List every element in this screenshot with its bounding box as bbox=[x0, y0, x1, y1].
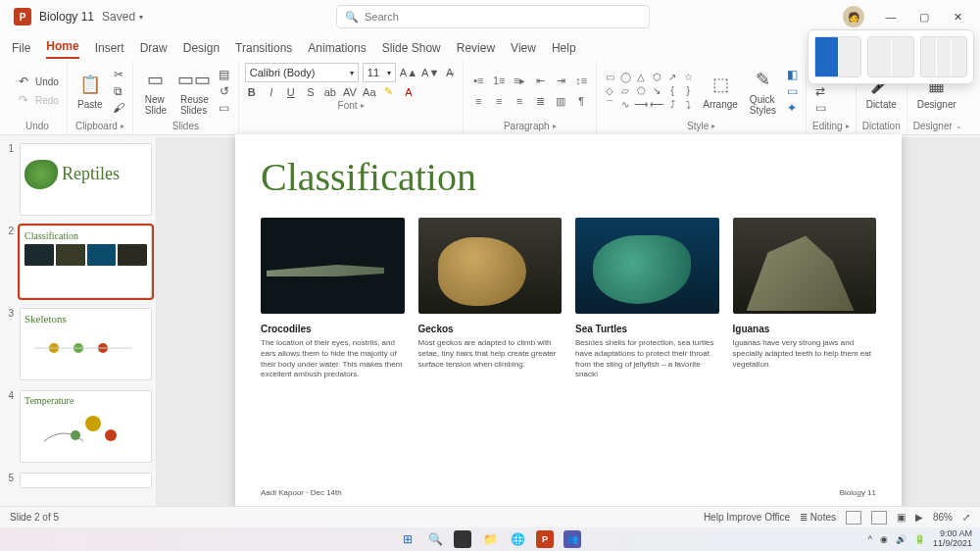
tab-design[interactable]: Design bbox=[183, 41, 220, 59]
teams-icon[interactable]: 👥 bbox=[564, 530, 581, 548]
snap-layouts-flyout[interactable] bbox=[808, 29, 974, 84]
quick-styles-button[interactable]: ✎Quick Styles bbox=[746, 65, 780, 118]
bullets-button[interactable]: •≡ bbox=[469, 72, 487, 89]
undo-button[interactable]: ↶Undo bbox=[14, 73, 61, 90]
help-improve-link[interactable]: Help Improve Office bbox=[704, 512, 790, 523]
change-case-button[interactable]: Aa bbox=[363, 86, 376, 98]
section-button[interactable]: ▭ bbox=[217, 100, 232, 116]
start-button[interactable]: ⊞ bbox=[399, 530, 416, 548]
thumb-slide-1[interactable]: Reptiles bbox=[20, 143, 152, 216]
user-avatar[interactable]: 🧑 bbox=[843, 6, 864, 27]
ribbon-collapse-icon[interactable]: ⌄ bbox=[956, 122, 962, 130]
task-view-button[interactable] bbox=[454, 530, 471, 548]
shape-fill-button[interactable]: ◧ bbox=[784, 67, 800, 82]
fit-to-window-button[interactable]: ⤢ bbox=[962, 512, 970, 523]
tab-view[interactable]: View bbox=[511, 41, 536, 59]
normal-view-button[interactable] bbox=[846, 511, 861, 525]
tab-insert[interactable]: Insert bbox=[95, 41, 124, 59]
line-spacing-button[interactable]: ↕≡ bbox=[572, 72, 590, 89]
file-explorer-icon[interactable]: 📁 bbox=[481, 530, 499, 548]
shape-effects-button[interactable]: ✦ bbox=[784, 100, 800, 116]
paragraph-dialog-launcher[interactable]: ▸ bbox=[553, 122, 557, 130]
maximize-button[interactable]: ▢ bbox=[907, 3, 941, 30]
font-dialog-launcher[interactable]: ▸ bbox=[361, 101, 365, 110]
slide-canvas[interactable]: Classification Crocodiles The location o… bbox=[157, 137, 980, 506]
slide[interactable]: Classification Crocodiles The location o… bbox=[235, 134, 902, 509]
tab-slideshow[interactable]: Slide Show bbox=[382, 41, 441, 59]
reading-view-button[interactable]: ▣ bbox=[897, 512, 906, 523]
align-right-button[interactable]: ≡ bbox=[511, 92, 528, 110]
system-tray[interactable]: ^ ◉ 🔊 🔋 9:00 AM 11/9/2021 bbox=[868, 529, 972, 549]
snap-layout-2[interactable] bbox=[867, 36, 914, 77]
card-iguanas[interactable]: Iguanas Iguanas have very strong jaws an… bbox=[733, 218, 877, 482]
justify-button[interactable]: ≣ bbox=[531, 92, 549, 110]
style-dialog-launcher[interactable]: ▸ bbox=[711, 122, 715, 130]
arrange-button[interactable]: ⬚Arrange bbox=[699, 70, 742, 112]
snap-layout-3[interactable] bbox=[920, 36, 967, 77]
slide-thumbnails-panel[interactable]: 1 Reptiles 2 Classification 3 Skeletons … bbox=[0, 137, 157, 506]
strike-button[interactable]: S bbox=[304, 86, 318, 98]
reuse-slides-button[interactable]: ▭▭Reuse Slides bbox=[176, 65, 213, 118]
highlight-button[interactable]: ✎ bbox=[382, 85, 396, 98]
card-crocodiles[interactable]: Crocodiles The location of their eyes, n… bbox=[261, 218, 405, 482]
copy-button[interactable]: ⧉ bbox=[111, 83, 126, 99]
card-sea-turtles[interactable]: Sea Turtles Besides shells for protectio… bbox=[575, 218, 719, 482]
close-button[interactable]: ✕ bbox=[941, 3, 974, 30]
editing-dialog-launcher[interactable]: ▸ bbox=[846, 122, 850, 130]
new-slide-button[interactable]: ▭New Slide bbox=[139, 65, 172, 118]
tab-transitions[interactable]: Transitions bbox=[235, 41, 292, 59]
taskbar-search-button[interactable]: 🔍 bbox=[426, 530, 444, 548]
thumb-slide-3[interactable]: Skeletons bbox=[20, 308, 152, 380]
shrink-font-button[interactable]: A▼ bbox=[421, 67, 439, 78]
slide-title[interactable]: Classification bbox=[261, 154, 876, 200]
cut-button[interactable]: ✂ bbox=[111, 67, 126, 82]
layout-button[interactable]: ▤ bbox=[217, 67, 232, 82]
slideshow-view-button[interactable]: ▶ bbox=[915, 512, 923, 523]
font-color-button[interactable]: A bbox=[402, 86, 416, 98]
zoom-level[interactable]: 86% bbox=[933, 512, 953, 523]
minimize-button[interactable]: — bbox=[874, 3, 907, 30]
spacing-button[interactable]: AV bbox=[343, 86, 357, 98]
tab-draw[interactable]: Draw bbox=[140, 41, 168, 59]
shapes-gallery[interactable]: ▭◯△⬡↗☆ ◇▱⬠↘{} ⌒∿⟶⟵⤴⤵ bbox=[603, 72, 695, 111]
snap-layout-1[interactable] bbox=[814, 36, 861, 77]
tray-chevron-icon[interactable]: ^ bbox=[868, 534, 872, 544]
reset-button[interactable]: ↺ bbox=[217, 83, 232, 99]
tray-date[interactable]: 11/9/2021 bbox=[933, 539, 972, 549]
font-size-combo[interactable]: 11▾ bbox=[363, 63, 396, 82]
align-center-button[interactable]: ≡ bbox=[490, 92, 508, 110]
tab-home[interactable]: Home bbox=[46, 39, 78, 59]
thumb-slide-5[interactable] bbox=[20, 473, 152, 488]
columns-button[interactable]: ▥ bbox=[552, 92, 569, 110]
tab-review[interactable]: Review bbox=[457, 41, 495, 59]
tab-animations[interactable]: Animations bbox=[308, 41, 366, 59]
underline-button[interactable]: U bbox=[284, 86, 298, 98]
tab-file[interactable]: File bbox=[12, 41, 30, 59]
slide-counter[interactable]: Slide 2 of 5 bbox=[10, 512, 59, 523]
shadow-button[interactable]: ab bbox=[323, 86, 337, 98]
edge-icon[interactable]: 🌐 bbox=[509, 530, 526, 548]
sorter-view-button[interactable] bbox=[871, 511, 887, 525]
numbering-button[interactable]: 1≡ bbox=[490, 72, 508, 89]
search-input[interactable]: 🔍 Search bbox=[336, 5, 650, 28]
font-name-combo[interactable]: Calibri (Body)▾ bbox=[245, 63, 359, 82]
increase-indent-button[interactable]: ⇥ bbox=[552, 72, 569, 89]
replace-button[interactable]: ⇄ bbox=[812, 83, 828, 99]
shape-outline-button[interactable]: ▭ bbox=[784, 83, 800, 99]
grow-font-button[interactable]: A▲ bbox=[400, 67, 417, 78]
document-title[interactable]: Biology 11 bbox=[39, 10, 94, 24]
thumb-slide-4[interactable]: Temperature bbox=[20, 390, 152, 463]
saved-status[interactable]: Saved bbox=[102, 10, 135, 24]
tab-help[interactable]: Help bbox=[552, 41, 576, 59]
volume-icon[interactable]: 🔊 bbox=[896, 534, 906, 544]
text-direction-button[interactable]: ¶ bbox=[572, 92, 590, 110]
bold-button[interactable]: B bbox=[245, 86, 259, 98]
card-geckos[interactable]: Geckos Most geckos are adapted to climb … bbox=[418, 218, 563, 482]
clipboard-dialog-launcher[interactable]: ▸ bbox=[121, 122, 124, 130]
format-painter-button[interactable]: 🖌 bbox=[111, 100, 126, 116]
select-button[interactable]: ▭ bbox=[812, 100, 828, 116]
paste-button[interactable]: 📋Paste bbox=[74, 70, 107, 112]
powerpoint-taskbar-icon[interactable]: P bbox=[536, 530, 554, 548]
decrease-indent-button[interactable]: ⇤ bbox=[531, 72, 549, 89]
battery-icon[interactable]: 🔋 bbox=[914, 534, 925, 544]
